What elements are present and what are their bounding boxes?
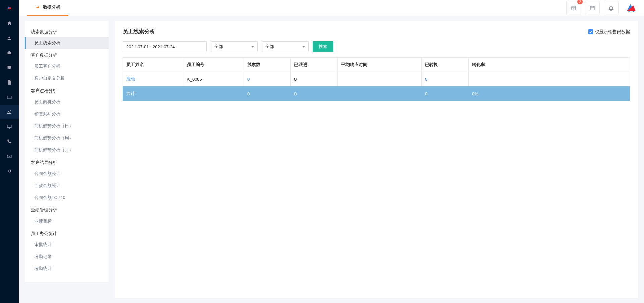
table-cell[interactable]: 0 [422, 72, 469, 86]
topbar-tab[interactable]: 数据分析 [27, 0, 68, 16]
table-cell: K_0005 [183, 72, 244, 86]
topbar-calendar-button[interactable] [585, 1, 600, 15]
analysis-sidebar: 线索数据分析员工线索分析客户数据分析员工客户分析客户自定义分析客户过程分析员工商… [25, 21, 109, 282]
sidebar-group-title: 客户过程分析 [25, 84, 109, 96]
table-total-cell: 共计: [123, 86, 244, 101]
topbar-notif-button[interactable]: 2 [566, 1, 581, 15]
table-cell: 0 [291, 72, 338, 86]
sidebar-item[interactable]: 员工线索分析 [25, 37, 109, 49]
nav-monitor[interactable] [0, 119, 19, 134]
chevron-down-icon [251, 46, 254, 48]
sidebar-item[interactable]: 合同金额TOP10 [25, 192, 109, 204]
sidebar-item[interactable]: 考勤统计 [25, 263, 109, 275]
nav-mail[interactable] [0, 149, 19, 164]
notif-badge: 2 [577, 0, 583, 4]
checkbox-label: 仅显示销售岗数据 [595, 29, 630, 35]
table-cell [338, 72, 422, 86]
table-cell [469, 72, 630, 86]
bell-icon [608, 5, 614, 11]
table-header: 已转换 [422, 58, 469, 72]
sidebar-group-title: 业绩管理分析 [25, 204, 109, 215]
table-row: 鹿晗K_0005000 [123, 72, 630, 86]
sidebar-group-title: 客户数据分析 [25, 49, 109, 60]
sidebar-item[interactable]: 商机趋势分析（日） [25, 120, 109, 132]
sidebar-group-title: 员工办公统计 [25, 227, 109, 239]
svg-rect-1 [590, 6, 594, 10]
table-header: 员工姓名 [123, 58, 183, 72]
table-total-cell: 0 [422, 86, 469, 101]
sidebar-item[interactable]: 员工客户分析 [25, 60, 109, 72]
sidebar-item[interactable]: 考勤记录 [25, 251, 109, 263]
nav-analytics[interactable] [0, 105, 19, 119]
filter-bar: 2021-07-01 - 2021-07-24 全部 全部 搜索 [123, 41, 630, 52]
table-header: 员工编号 [183, 58, 244, 72]
nav-briefcase[interactable] [0, 46, 19, 60]
nav-settings[interactable] [0, 164, 19, 178]
filter-select-2[interactable]: 全部 [262, 41, 309, 52]
sidebar-item[interactable]: 业绩目标 [25, 215, 109, 227]
sidebar-item[interactable]: 商机趋势分析（月） [25, 144, 109, 156]
avatar[interactable] [625, 1, 638, 15]
sidebar-item[interactable]: 员工商机分析 [25, 96, 109, 108]
table-total-cell: 0 [244, 86, 291, 101]
topbar-tab-label: 数据分析 [43, 4, 60, 10]
page-title: 员工线索分析 [123, 28, 155, 35]
chevron-down-icon [302, 46, 305, 48]
table-total-cell [338, 86, 422, 101]
svg-rect-0 [572, 6, 576, 10]
nav-home[interactable] [0, 16, 19, 31]
app-logo [0, 0, 19, 16]
calendar-check-icon [571, 5, 577, 11]
table-cell[interactable]: 鹿晗 [123, 72, 183, 86]
topbar: 数据分析 2 [19, 0, 644, 16]
table-header: 转化率 [469, 58, 630, 72]
sidebar-item[interactable]: 商机趋势分析（周） [25, 132, 109, 144]
table-total-cell: 0% [469, 86, 630, 101]
table-header: 已跟进 [291, 58, 338, 72]
nav-card[interactable] [0, 90, 19, 105]
results-table: 员工姓名员工编号线索数已跟进平均响应时间已转换转化率 鹿晗K_0005000 共… [123, 57, 630, 101]
sidebar-group-title: 线索数据分析 [25, 25, 109, 37]
table-header: 线索数 [244, 58, 291, 72]
vertical-nav [0, 0, 19, 303]
nav-phone[interactable] [0, 134, 19, 149]
chart-area-icon [35, 5, 40, 10]
table-total-cell: 0 [291, 86, 338, 101]
main-panel: 员工线索分析 仅显示销售岗数据 2021-07-01 - 2021-07-24 … [115, 21, 638, 298]
sidebar-item[interactable]: 销售漏斗分析 [25, 108, 109, 120]
filter-select-1[interactable]: 全部 [211, 41, 258, 52]
topbar-bell-button[interactable] [604, 1, 619, 15]
sidebar-item[interactable]: 审批统计 [25, 239, 109, 251]
sidebar-group-title: 客户结果分析 [25, 156, 109, 168]
checkbox-checked-icon [588, 29, 593, 34]
sidebar-item[interactable]: 客户自定义分析 [25, 72, 109, 84]
search-button[interactable]: 搜索 [313, 41, 333, 52]
calendar-icon [589, 5, 595, 11]
nav-user[interactable] [0, 31, 19, 46]
table-header: 平均响应时间 [338, 58, 422, 72]
sidebar-item[interactable]: 合同金额统计 [25, 168, 109, 180]
table-cell[interactable]: 0 [244, 72, 291, 86]
sales-only-checkbox[interactable]: 仅显示销售岗数据 [588, 29, 630, 35]
nav-document[interactable] [0, 75, 19, 90]
sidebar-item[interactable]: 回款金额统计 [25, 180, 109, 192]
date-range-input[interactable]: 2021-07-01 - 2021-07-24 [123, 41, 207, 52]
nav-inbox[interactable] [0, 60, 19, 75]
